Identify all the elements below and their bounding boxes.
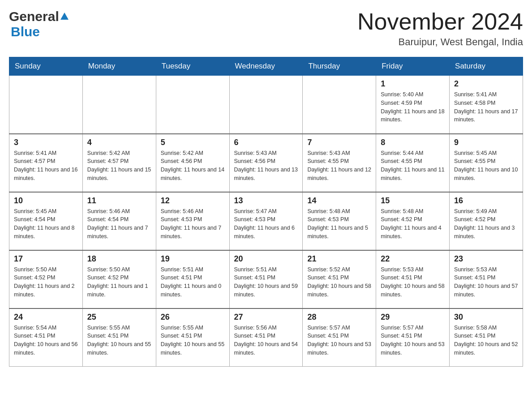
day-number: 25 — [87, 313, 151, 322]
day-number: 23 — [454, 254, 518, 264]
day-number: 30 — [454, 313, 518, 322]
day-number: 8 — [381, 138, 445, 147]
day-number: 24 — [14, 313, 78, 322]
day-number: 26 — [161, 313, 225, 322]
calendar-cell: 1Sunrise: 5:40 AMSunset: 4:59 PMDaylight… — [376, 76, 450, 134]
day-number: 16 — [454, 196, 518, 206]
day-number: 21 — [307, 254, 371, 264]
calendar-cell: 23Sunrise: 5:53 AMSunset: 4:51 PMDayligh… — [450, 250, 523, 308]
day-number: 29 — [381, 313, 445, 322]
day-number: 11 — [87, 196, 151, 206]
calendar-cell: 2Sunrise: 5:41 AMSunset: 4:58 PMDaylight… — [450, 76, 523, 134]
weekday-header-row: SundayMondayTuesdayWednesdayThursdayFrid… — [9, 57, 523, 76]
calendar-cell: 28Sunrise: 5:57 AMSunset: 4:51 PMDayligh… — [303, 308, 376, 367]
logo-general-text: General — [9, 9, 59, 24]
calendar-table: SundayMondayTuesdayWednesdayThursdayFrid… — [9, 57, 523, 367]
day-number: 9 — [454, 138, 518, 147]
calendar-cell: 9Sunrise: 5:45 AMSunset: 4:55 PMDaylight… — [450, 134, 523, 192]
day-info: Sunrise: 5:42 AMSunset: 4:56 PMDaylight:… — [161, 149, 225, 183]
day-number: 12 — [161, 196, 225, 206]
calendar-cell: 3Sunrise: 5:41 AMSunset: 4:57 PMDaylight… — [9, 134, 83, 192]
calendar-week-3: 10Sunrise: 5:45 AMSunset: 4:54 PMDayligh… — [9, 192, 523, 250]
day-info: Sunrise: 5:40 AMSunset: 4:59 PMDaylight:… — [381, 90, 445, 124]
calendar-cell — [156, 76, 229, 134]
day-info: Sunrise: 5:53 AMSunset: 4:51 PMDaylight:… — [454, 265, 518, 299]
month-title: November 2024 — [357, 9, 523, 34]
day-info: Sunrise: 5:54 AMSunset: 4:51 PMDaylight:… — [14, 324, 78, 357]
calendar-week-1: 1Sunrise: 5:40 AMSunset: 4:59 PMDaylight… — [9, 76, 523, 134]
day-info: Sunrise: 5:52 AMSunset: 4:51 PMDaylight:… — [307, 265, 371, 299]
day-info: Sunrise: 5:45 AMSunset: 4:54 PMDaylight:… — [14, 207, 78, 241]
day-number: 7 — [307, 138, 371, 147]
day-info: Sunrise: 5:46 AMSunset: 4:53 PMDaylight:… — [161, 207, 225, 241]
day-number: 6 — [234, 138, 298, 147]
calendar-cell: 27Sunrise: 5:56 AMSunset: 4:51 PMDayligh… — [229, 308, 303, 367]
calendar-cell: 29Sunrise: 5:57 AMSunset: 4:51 PMDayligh… — [376, 308, 450, 367]
logo: General Blue — [9, 9, 69, 39]
day-info: Sunrise: 5:47 AMSunset: 4:53 PMDaylight:… — [234, 207, 298, 241]
day-info: Sunrise: 5:50 AMSunset: 4:52 PMDaylight:… — [87, 265, 151, 299]
day-number: 22 — [381, 254, 445, 264]
day-info: Sunrise: 5:55 AMSunset: 4:51 PMDaylight:… — [87, 324, 151, 357]
day-number: 27 — [234, 313, 298, 322]
page-header: General Blue November 2024 Baruipur, Wes… — [9, 9, 523, 48]
calendar-cell: 18Sunrise: 5:50 AMSunset: 4:52 PMDayligh… — [82, 250, 156, 308]
day-info: Sunrise: 5:41 AMSunset: 4:57 PMDaylight:… — [14, 149, 78, 183]
calendar-cell: 21Sunrise: 5:52 AMSunset: 4:51 PMDayligh… — [303, 250, 376, 308]
day-info: Sunrise: 5:57 AMSunset: 4:51 PMDaylight:… — [307, 324, 371, 357]
calendar-cell: 14Sunrise: 5:48 AMSunset: 4:53 PMDayligh… — [303, 192, 376, 250]
day-info: Sunrise: 5:42 AMSunset: 4:57 PMDaylight:… — [87, 149, 151, 183]
day-number: 18 — [87, 254, 151, 264]
calendar-cell: 22Sunrise: 5:53 AMSunset: 4:51 PMDayligh… — [376, 250, 450, 308]
title-section: November 2024 Baruipur, West Bengal, Ind… — [357, 9, 523, 48]
day-info: Sunrise: 5:48 AMSunset: 4:53 PMDaylight:… — [307, 207, 371, 241]
calendar-cell: 17Sunrise: 5:50 AMSunset: 4:52 PMDayligh… — [9, 250, 83, 308]
weekday-header-thursday: Thursday — [303, 57, 376, 76]
weekday-header-monday: Monday — [82, 57, 156, 76]
calendar-cell: 19Sunrise: 5:51 AMSunset: 4:51 PMDayligh… — [156, 250, 229, 308]
weekday-header-sunday: Sunday — [9, 57, 83, 76]
day-number: 20 — [234, 254, 298, 264]
day-number: 3 — [14, 138, 78, 147]
day-number: 1 — [381, 79, 445, 89]
day-info: Sunrise: 5:55 AMSunset: 4:51 PMDaylight:… — [161, 324, 225, 357]
day-info: Sunrise: 5:53 AMSunset: 4:51 PMDaylight:… — [381, 265, 445, 299]
logo-blue-text: Blue — [11, 24, 40, 39]
calendar-week-4: 17Sunrise: 5:50 AMSunset: 4:52 PMDayligh… — [9, 250, 523, 308]
day-number: 28 — [307, 313, 371, 322]
calendar-cell — [9, 76, 83, 134]
location-title: Baruipur, West Bengal, India — [357, 36, 523, 48]
weekday-header-tuesday: Tuesday — [156, 57, 229, 76]
day-info: Sunrise: 5:57 AMSunset: 4:51 PMDaylight:… — [381, 324, 445, 357]
logo-triangle-icon — [60, 13, 69, 20]
day-number: 13 — [234, 196, 298, 206]
weekday-header-saturday: Saturday — [450, 57, 523, 76]
day-info: Sunrise: 5:51 AMSunset: 4:51 PMDaylight:… — [234, 265, 298, 299]
calendar-cell: 12Sunrise: 5:46 AMSunset: 4:53 PMDayligh… — [156, 192, 229, 250]
day-info: Sunrise: 5:58 AMSunset: 4:51 PMDaylight:… — [454, 324, 518, 357]
day-number: 17 — [14, 254, 78, 264]
day-number: 4 — [87, 138, 151, 147]
calendar-cell: 8Sunrise: 5:44 AMSunset: 4:55 PMDaylight… — [376, 134, 450, 192]
calendar-cell: 5Sunrise: 5:42 AMSunset: 4:56 PMDaylight… — [156, 134, 229, 192]
calendar-cell: 11Sunrise: 5:46 AMSunset: 4:54 PMDayligh… — [82, 192, 156, 250]
calendar-cell: 15Sunrise: 5:48 AMSunset: 4:52 PMDayligh… — [376, 192, 450, 250]
day-info: Sunrise: 5:50 AMSunset: 4:52 PMDaylight:… — [14, 265, 78, 299]
day-info: Sunrise: 5:43 AMSunset: 4:55 PMDaylight:… — [307, 149, 371, 183]
calendar-cell: 7Sunrise: 5:43 AMSunset: 4:55 PMDaylight… — [303, 134, 376, 192]
calendar-cell: 20Sunrise: 5:51 AMSunset: 4:51 PMDayligh… — [229, 250, 303, 308]
calendar-cell: 6Sunrise: 5:43 AMSunset: 4:56 PMDaylight… — [229, 134, 303, 192]
day-info: Sunrise: 5:48 AMSunset: 4:52 PMDaylight:… — [381, 207, 445, 241]
calendar-cell — [82, 76, 156, 134]
day-info: Sunrise: 5:44 AMSunset: 4:55 PMDaylight:… — [381, 149, 445, 183]
day-info: Sunrise: 5:45 AMSunset: 4:55 PMDaylight:… — [454, 149, 518, 183]
calendar-cell: 16Sunrise: 5:49 AMSunset: 4:52 PMDayligh… — [450, 192, 523, 250]
day-info: Sunrise: 5:41 AMSunset: 4:58 PMDaylight:… — [454, 90, 518, 124]
weekday-header-friday: Friday — [376, 57, 450, 76]
calendar-cell: 24Sunrise: 5:54 AMSunset: 4:51 PMDayligh… — [9, 308, 83, 367]
calendar-cell: 4Sunrise: 5:42 AMSunset: 4:57 PMDaylight… — [82, 134, 156, 192]
day-number: 5 — [161, 138, 225, 147]
calendar-cell — [229, 76, 303, 134]
day-info: Sunrise: 5:46 AMSunset: 4:54 PMDaylight:… — [87, 207, 151, 241]
calendar-week-5: 24Sunrise: 5:54 AMSunset: 4:51 PMDayligh… — [9, 308, 523, 367]
